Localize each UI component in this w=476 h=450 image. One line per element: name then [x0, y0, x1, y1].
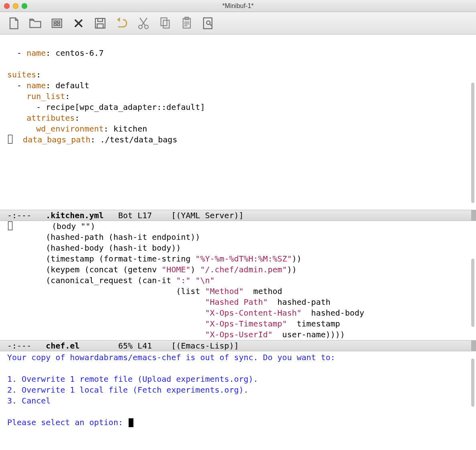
code-line: suites: [7, 70, 41, 79]
svg-rect-6 [98, 18, 103, 22]
lisp-buffer[interactable]: (body "") (hashed-path (hash-it endpoint… [0, 221, 476, 340]
code-line: attributes: [7, 113, 80, 123]
paste-icon[interactable] [179, 15, 195, 31]
minimize-window-icon[interactable] [13, 3, 18, 9]
code-line: wd_environment: kitchen [7, 124, 147, 134]
scrollbar[interactable] [471, 259, 474, 327]
svg-rect-2 [58, 21, 60, 23]
text-cursor [129, 418, 133, 427]
code-line: - name: default [7, 81, 89, 90]
svg-rect-13 [185, 17, 189, 20]
dired-icon[interactable] [49, 15, 65, 31]
editor-area: - name: centos-6.7 suites: - name: defau… [0, 34, 476, 422]
minibuffer[interactable]: Your copy of howardabrams/emacs-chef is … [0, 351, 476, 422]
search-icon[interactable] [200, 15, 216, 31]
code-line: data_bags_path: ./test/data_bags [23, 135, 177, 144]
svg-rect-11 [163, 20, 169, 28]
yaml-buffer[interactable]: - name: centos-6.7 suites: - name: defau… [0, 34, 476, 210]
code-line: "X-Ops-Content-Hash" hashed-body [7, 308, 364, 318]
prompt-line: 3. Cancel [7, 396, 50, 405]
code-line: - recipe[wpc_data_adapter::default] [7, 102, 205, 112]
svg-rect-4 [58, 24, 60, 26]
cursor-mark [8, 135, 12, 144]
new-file-icon[interactable] [6, 15, 22, 31]
scrollbar[interactable] [471, 83, 474, 203]
code-line: (list "Method" method [7, 286, 282, 296]
close-window-icon[interactable] [4, 3, 10, 9]
svg-rect-0 [52, 19, 62, 27]
prompt-line: Your copy of howardabrams/emacs-chef is … [7, 353, 335, 362]
toolbar [0, 12, 476, 34]
window-controls [4, 3, 27, 9]
code-line: "Hashed Path" hashed-path [7, 297, 331, 307]
svg-rect-3 [54, 24, 56, 26]
prompt-line: 2. Overwrite 1 local file (Fetch experim… [7, 385, 248, 395]
open-file-icon[interactable] [27, 15, 43, 31]
code-line: (hashed-body (hash-it body)) [7, 243, 181, 253]
code-line: "X-Ops-UserId" user-name)))) [7, 330, 345, 339]
modeline-yaml[interactable]: -:--- .kitchen.yml Bot L17 [(YAML Server… [0, 210, 476, 221]
svg-rect-14 [204, 18, 212, 28]
code-line: (body "") [13, 221, 95, 231]
undo-icon[interactable] [114, 15, 130, 31]
code-line: run_list: [7, 91, 70, 101]
code-line: (keypem (concat (getenv "HOME") "/.chef/… [7, 265, 297, 274]
code-line: - name: centos-6.7 [7, 48, 104, 58]
window-title: *Minibuf-1* [0, 2, 476, 10]
prompt-line: 1. Overwrite 1 remote file (Upload exper… [7, 374, 258, 384]
close-icon[interactable] [71, 15, 87, 31]
code-line: (hashed-path (hash-it endpoint)) [7, 232, 200, 242]
titlebar: *Minibuf-1* [0, 0, 476, 12]
svg-rect-1 [54, 21, 56, 23]
modeline-lisp[interactable]: -:--- chef.el 65% L41 [(Emacs-Lisp)] [0, 340, 476, 351]
copy-icon[interactable] [157, 15, 173, 31]
svg-rect-7 [97, 24, 103, 28]
save-icon[interactable] [92, 15, 108, 31]
cut-icon[interactable] [135, 15, 151, 31]
cursor-mark [8, 221, 12, 230]
code-line: "X-Ops-Timestamp" timestamp [7, 319, 340, 328]
code-line: (canonical_request (can-it ":" "\n" [7, 276, 215, 285]
code-line: (timestamp (format-time-string "%Y-%m-%d… [7, 254, 302, 264]
prompt-line: Please select an option: [7, 418, 128, 427]
zoom-window-icon[interactable] [22, 3, 27, 9]
svg-rect-10 [161, 18, 167, 26]
